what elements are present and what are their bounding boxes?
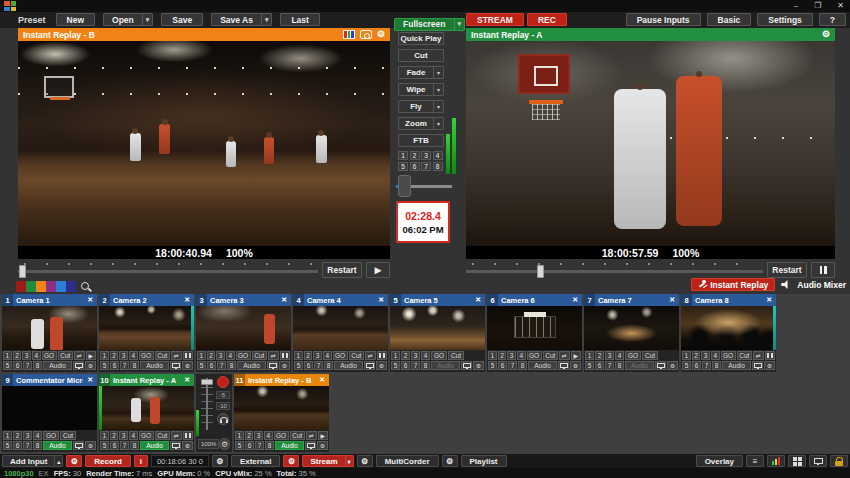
audio-button[interactable]: Audio [528, 361, 557, 370]
cut-button[interactable]: Cut [60, 431, 76, 440]
pause-icon[interactable] [183, 431, 194, 440]
window-maximize-button[interactable]: ❐ [814, 0, 821, 12]
input-close-icon[interactable]: ✕ [568, 296, 582, 304]
input-tile-11[interactable]: 11Instant Replay - B✕1234GOCut⇄▶5678Audi… [234, 374, 329, 452]
loop-icon[interactable]: ⇄ [171, 351, 182, 360]
loop-icon[interactable]: ⇄ [365, 351, 376, 360]
overlay-7-button[interactable]: 7 [23, 361, 32, 370]
input-gear-icon[interactable]: ⚙ [85, 441, 96, 450]
input-title-bar[interactable]: 6Camera 6✕ [487, 294, 582, 306]
input-thumbnail[interactable] [2, 386, 97, 430]
input-close-icon[interactable]: ✕ [374, 296, 388, 304]
transition-dropdown-icon[interactable]: ▾ [433, 118, 443, 129]
input-tile-8[interactable]: 8Camera 8✕1234GOCut⇄5678Audio⚙ [681, 294, 776, 372]
input-thumbnail[interactable] [681, 306, 776, 350]
overlay-4-button[interactable]: 4 [517, 351, 526, 360]
input-close-icon[interactable]: ✕ [315, 376, 329, 384]
fullscreen-monitor-icon[interactable] [305, 441, 316, 450]
fullscreen-monitor-icon[interactable] [461, 361, 472, 370]
input-thumbnail[interactable] [99, 386, 194, 430]
input-title-bar[interactable]: 1Camera 1✕ [2, 294, 97, 306]
cut-button[interactable]: Cut [155, 431, 170, 440]
play-icon[interactable]: ▶ [86, 351, 97, 360]
preview-position-slider[interactable] [18, 261, 318, 279]
overlay-button[interactable]: Overlay [696, 455, 743, 467]
overlay-4-button[interactable]: 4 [264, 431, 273, 440]
overlay-4-button[interactable]: 4 [32, 351, 41, 360]
overlay-6-button[interactable]: 6 [13, 361, 22, 370]
transition-wipe-button[interactable]: Wipe▾ [398, 83, 444, 96]
input-title-bar[interactable]: 11Instant Replay - B✕ [234, 374, 329, 386]
input-tile-4[interactable]: 4Camera 4✕1234GOCut⇄5678Audio⚙ [293, 294, 388, 372]
overlay-8-button[interactable]: 8 [324, 361, 333, 370]
playlist-button[interactable]: Playlist [461, 455, 507, 467]
go-button[interactable]: GO [236, 351, 251, 360]
open-dropdown-icon[interactable]: ▾ [142, 14, 153, 25]
color-swatch-5[interactable] [66, 281, 76, 292]
input-gear-icon[interactable]: ⚙ [85, 361, 96, 370]
overlay-8-button[interactable]: 8 [130, 361, 139, 370]
overlay-7-button[interactable]: 7 [508, 361, 517, 370]
overlay-3-button[interactable]: 3 [216, 351, 225, 360]
overlay-6-button[interactable]: 6 [692, 361, 701, 370]
basic-button[interactable]: Basic [707, 13, 752, 26]
loop-icon[interactable]: ⇄ [306, 431, 317, 440]
overlay-3-button[interactable]: 3 [119, 351, 128, 360]
add-input-button[interactable]: Add Input ▴ [2, 455, 63, 467]
external-button[interactable]: External [231, 455, 281, 467]
external-settings-gear-icon[interactable]: ⚙ [212, 455, 228, 467]
pause-icon[interactable] [183, 351, 194, 360]
fullscreen-monitor-icon[interactable] [752, 361, 763, 370]
audio-button[interactable]: Audio [43, 441, 72, 450]
stinger-number-7[interactable]: 7 [421, 162, 431, 171]
overlay-5-button[interactable]: 5 [3, 361, 12, 370]
overlay-6-button[interactable]: 6 [13, 441, 22, 450]
transition-dropdown-icon[interactable]: ▾ [433, 84, 443, 95]
cut-button[interactable]: Cut [543, 351, 558, 360]
stinger-number-6[interactable]: 6 [410, 162, 420, 171]
record-button[interactable]: Record [85, 455, 131, 467]
preview-title-bar[interactable]: Instant Replay - B ⚙ [18, 28, 390, 41]
input-thumbnail[interactable] [234, 386, 329, 430]
go-button[interactable]: GO [721, 351, 736, 360]
input-close-icon[interactable]: ✕ [471, 296, 485, 304]
program-title-bar[interactable]: Instant Replay - A ⚙ [466, 28, 835, 41]
overlay-5-button[interactable]: 5 [100, 361, 109, 370]
go-button[interactable]: GO [139, 431, 154, 440]
cut-button[interactable]: Cut [448, 351, 464, 360]
overlay-5-button[interactable]: 5 [3, 441, 12, 450]
fullscreen-monitor-icon[interactable] [267, 361, 278, 370]
overlay-4-button[interactable]: 4 [129, 351, 138, 360]
program-video[interactable]: 18:00:57.59 100% [466, 41, 835, 259]
input-close-icon[interactable]: ✕ [180, 296, 194, 304]
input-close-icon[interactable]: ✕ [665, 296, 679, 304]
audio-button[interactable]: Audio [237, 361, 266, 370]
input-thumbnail[interactable] [196, 306, 291, 350]
loop-icon[interactable]: ⇄ [268, 351, 279, 360]
stinger-number-2[interactable]: 2 [410, 151, 420, 160]
overlay-1-button[interactable]: 1 [488, 351, 497, 360]
input-title-bar[interactable]: 7Camera 7✕ [584, 294, 679, 306]
input-tile-9[interactable]: 9Commentator Microphone✕1234GOCut5678Aud… [2, 374, 97, 452]
input-tile-3[interactable]: 3Camera 3✕1234GOCut⇄5678Audio⚙ [196, 294, 291, 372]
cut-button[interactable]: Cut [58, 351, 73, 360]
input-gear-icon[interactable]: ⚙ [317, 441, 328, 450]
instant-replay-button[interactable]: Instant Replay [691, 278, 775, 291]
overlay-6-button[interactable]: 6 [110, 361, 119, 370]
preview-position-thumb[interactable] [19, 265, 26, 278]
overlay-1-button[interactable]: 1 [682, 351, 691, 360]
input-title-bar[interactable]: 10Instant Replay - A✕ [99, 374, 194, 386]
overlay-4-button[interactable]: 4 [226, 351, 235, 360]
cut-button[interactable]: Cut [642, 351, 658, 360]
overlay-3-button[interactable]: 3 [254, 431, 263, 440]
overlay-6-button[interactable]: 6 [207, 361, 216, 370]
overlay-6-button[interactable]: 6 [498, 361, 507, 370]
overlay-8-button[interactable]: 8 [615, 361, 624, 370]
overlay-1-button[interactable]: 1 [197, 351, 206, 360]
overlay-5-button[interactable]: 5 [197, 361, 206, 370]
overlay-8-button[interactable]: 8 [33, 441, 42, 450]
fullscreen-monitor-icon[interactable] [809, 455, 827, 467]
speaker-icon[interactable] [781, 280, 791, 289]
window-close-button[interactable]: ✕ [837, 0, 844, 12]
pause-inputs-button[interactable]: Pause Inputs [626, 13, 701, 26]
